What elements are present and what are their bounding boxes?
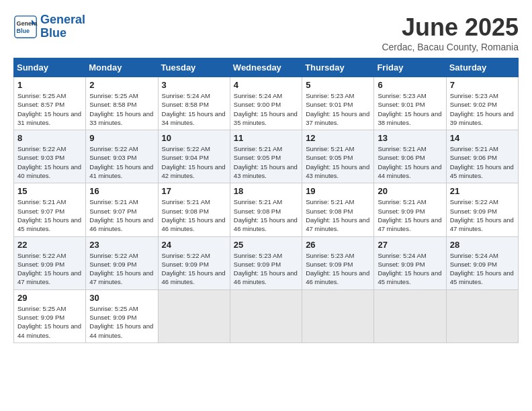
day-detail: Sunrise: 5:25 AMSunset: 9:09 PMDaylight:…: [89, 304, 154, 340]
calendar-day-cell: [230, 289, 302, 342]
day-number: 14: [450, 133, 515, 143]
day-detail: Sunrise: 5:21 AMSunset: 9:07 PMDaylight:…: [89, 197, 154, 233]
day-number: 15: [17, 186, 82, 196]
calendar-day-cell: 15Sunrise: 5:21 AMSunset: 9:07 PMDayligh…: [14, 183, 86, 236]
calendar-day-cell: 10Sunrise: 5:22 AMSunset: 9:04 PMDayligh…: [158, 130, 230, 183]
day-detail: Sunrise: 5:24 AMSunset: 9:09 PMDaylight:…: [378, 251, 442, 287]
calendar-day-cell: 23Sunrise: 5:22 AMSunset: 9:09 PMDayligh…: [86, 236, 158, 289]
calendar-day-cell: 29Sunrise: 5:25 AMSunset: 9:09 PMDayligh…: [14, 289, 86, 342]
calendar-week-row: 1Sunrise: 5:25 AMSunset: 8:57 PMDaylight…: [14, 77, 519, 130]
day-number: 3: [162, 80, 226, 90]
day-detail: Sunrise: 5:21 AMSunset: 9:06 PMDaylight:…: [450, 144, 515, 180]
calendar-day-cell: 5Sunrise: 5:23 AMSunset: 9:01 PMDaylight…: [302, 77, 374, 130]
calendar-day-cell: 17Sunrise: 5:21 AMSunset: 9:08 PMDayligh…: [158, 183, 230, 236]
calendar-day-cell: 30Sunrise: 5:25 AMSunset: 9:09 PMDayligh…: [86, 289, 158, 342]
day-detail: Sunrise: 5:21 AMSunset: 9:05 PMDaylight:…: [234, 144, 298, 180]
day-detail: Sunrise: 5:21 AMSunset: 9:05 PMDaylight:…: [306, 144, 370, 180]
day-number: 28: [450, 240, 515, 250]
day-number: 1: [17, 80, 82, 90]
calendar-day-cell: 3Sunrise: 5:24 AMSunset: 8:58 PMDaylight…: [158, 77, 230, 130]
day-detail: Sunrise: 5:21 AMSunset: 9:07 PMDaylight:…: [17, 197, 82, 233]
calendar-day-cell: 21Sunrise: 5:22 AMSunset: 9:09 PMDayligh…: [446, 183, 518, 236]
calendar-day-cell: 20Sunrise: 5:21 AMSunset: 9:09 PMDayligh…: [374, 183, 446, 236]
title-block: June 2025 Cerdac, Bacau County, Romania: [382, 13, 519, 52]
calendar-day-header: Tuesday: [158, 58, 230, 77]
calendar-day-cell: 24Sunrise: 5:22 AMSunset: 9:09 PMDayligh…: [158, 236, 230, 289]
day-detail: Sunrise: 5:24 AMSunset: 8:58 PMDaylight:…: [162, 91, 226, 127]
day-detail: Sunrise: 5:25 AMSunset: 8:57 PMDaylight:…: [17, 91, 82, 127]
calendar-day-cell: 19Sunrise: 5:21 AMSunset: 9:08 PMDayligh…: [302, 183, 374, 236]
calendar-day-cell: 4Sunrise: 5:24 AMSunset: 9:00 PMDaylight…: [230, 77, 302, 130]
calendar-day-cell: [446, 289, 518, 342]
day-detail: Sunrise: 5:22 AMSunset: 9:03 PMDaylight:…: [17, 144, 82, 180]
day-number: 12: [306, 133, 370, 143]
calendar-day-cell: [158, 289, 230, 342]
calendar-week-row: 22Sunrise: 5:22 AMSunset: 9:09 PMDayligh…: [14, 236, 519, 289]
day-detail: Sunrise: 5:22 AMSunset: 9:03 PMDaylight:…: [89, 144, 154, 180]
calendar-day-cell: 28Sunrise: 5:24 AMSunset: 9:09 PMDayligh…: [446, 236, 518, 289]
day-detail: Sunrise: 5:23 AMSunset: 9:01 PMDaylight:…: [378, 91, 442, 127]
calendar-week-row: 29Sunrise: 5:25 AMSunset: 9:09 PMDayligh…: [14, 289, 519, 342]
day-detail: Sunrise: 5:22 AMSunset: 9:09 PMDaylight:…: [89, 251, 154, 287]
calendar-day-cell: 13Sunrise: 5:21 AMSunset: 9:06 PMDayligh…: [374, 130, 446, 183]
day-detail: Sunrise: 5:22 AMSunset: 9:04 PMDaylight:…: [162, 144, 226, 180]
day-number: 27: [378, 240, 442, 250]
logo-text: GeneralBlue: [40, 13, 85, 40]
day-number: 20: [378, 186, 442, 196]
calendar-day-cell: 11Sunrise: 5:21 AMSunset: 9:05 PMDayligh…: [230, 130, 302, 183]
calendar-day-cell: 2Sunrise: 5:25 AMSunset: 8:58 PMDaylight…: [86, 77, 158, 130]
calendar-day-cell: [374, 289, 446, 342]
calendar-day-cell: [302, 289, 374, 342]
day-detail: Sunrise: 5:21 AMSunset: 9:08 PMDaylight:…: [306, 197, 370, 233]
day-number: 17: [162, 186, 226, 196]
day-number: 22: [17, 240, 82, 250]
calendar-day-cell: 18Sunrise: 5:21 AMSunset: 9:08 PMDayligh…: [230, 183, 302, 236]
day-detail: Sunrise: 5:23 AMSunset: 9:02 PMDaylight:…: [450, 91, 515, 127]
day-number: 30: [89, 293, 154, 303]
day-number: 25: [234, 240, 298, 250]
calendar-day-cell: 22Sunrise: 5:22 AMSunset: 9:09 PMDayligh…: [14, 236, 86, 289]
calendar-body: 1Sunrise: 5:25 AMSunset: 8:57 PMDaylight…: [14, 77, 519, 343]
day-number: 10: [162, 133, 226, 143]
day-detail: Sunrise: 5:23 AMSunset: 9:09 PMDaylight:…: [234, 251, 298, 287]
day-detail: Sunrise: 5:23 AMSunset: 9:01 PMDaylight:…: [306, 91, 370, 127]
calendar-day-header: Sunday: [14, 58, 86, 77]
calendar-day-header: Monday: [86, 58, 158, 77]
day-detail: Sunrise: 5:21 AMSunset: 9:08 PMDaylight:…: [234, 197, 298, 233]
calendar-day-header: Wednesday: [230, 58, 302, 77]
day-detail: Sunrise: 5:22 AMSunset: 9:09 PMDaylight:…: [17, 251, 82, 287]
day-detail: Sunrise: 5:21 AMSunset: 9:06 PMDaylight:…: [378, 144, 442, 180]
day-number: 26: [306, 240, 370, 250]
month-title: June 2025: [382, 13, 519, 42]
calendar-week-row: 15Sunrise: 5:21 AMSunset: 9:07 PMDayligh…: [14, 183, 519, 236]
calendar-day-cell: 25Sunrise: 5:23 AMSunset: 9:09 PMDayligh…: [230, 236, 302, 289]
calendar-day-cell: 12Sunrise: 5:21 AMSunset: 9:05 PMDayligh…: [302, 130, 374, 183]
day-number: 8: [17, 133, 82, 143]
day-number: 9: [89, 133, 154, 143]
day-number: 11: [234, 133, 298, 143]
logo-icon: General Blue: [13, 15, 38, 39]
page-header: General Blue GeneralBlue June 2025 Cerda…: [13, 13, 519, 52]
day-detail: Sunrise: 5:24 AMSunset: 9:09 PMDaylight:…: [450, 251, 515, 287]
day-number: 16: [89, 186, 154, 196]
location-title: Cerdac, Bacau County, Romania: [382, 42, 519, 52]
day-number: 18: [234, 186, 298, 196]
day-number: 2: [89, 80, 154, 90]
calendar-day-cell: 9Sunrise: 5:22 AMSunset: 9:03 PMDaylight…: [86, 130, 158, 183]
calendar-day-header: Saturday: [446, 58, 518, 77]
day-number: 5: [306, 80, 370, 90]
calendar-day-header: Thursday: [302, 58, 374, 77]
day-number: 13: [378, 133, 442, 143]
day-detail: Sunrise: 5:25 AMSunset: 9:09 PMDaylight:…: [17, 304, 82, 340]
logo: General Blue GeneralBlue: [13, 13, 85, 40]
day-number: 21: [450, 186, 515, 196]
day-number: 7: [450, 80, 515, 90]
day-number: 4: [234, 80, 298, 90]
day-number: 29: [17, 293, 82, 303]
day-number: 19: [306, 186, 370, 196]
calendar-day-header: Friday: [374, 58, 446, 77]
calendar-day-cell: 16Sunrise: 5:21 AMSunset: 9:07 PMDayligh…: [86, 183, 158, 236]
calendar-day-cell: 7Sunrise: 5:23 AMSunset: 9:02 PMDaylight…: [446, 77, 518, 130]
calendar-day-cell: 8Sunrise: 5:22 AMSunset: 9:03 PMDaylight…: [14, 130, 86, 183]
day-detail: Sunrise: 5:22 AMSunset: 9:09 PMDaylight:…: [450, 197, 515, 233]
